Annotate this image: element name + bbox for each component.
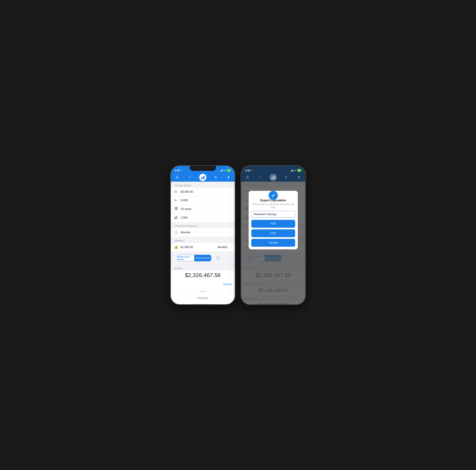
- modal-subtitle: Please name this calculation and select …: [249, 203, 298, 211]
- savings-list: 🏛 $2,000.00 % 8.000 📅 35 years: [171, 188, 235, 222]
- right-screen: 8:49 ↗ ▲ ⚡ ☰ +: [241, 166, 305, 304]
- picker-list: Yearly Weekly Bi-Weekly Monthly Bi-Month…: [171, 288, 235, 304]
- inflation-value: 2.000: [181, 216, 188, 219]
- cash-icon: 💰: [174, 245, 179, 249]
- additions-section-label: Additions: [171, 237, 235, 243]
- picker-biweekly[interactable]: Bi-Weekly: [171, 302, 235, 304]
- svg-rect-4: [174, 217, 175, 219]
- right-refresh-button: ↻: [284, 174, 289, 180]
- period-selector: Beginning of period End of period: [177, 255, 211, 261]
- interest-rate-value: 8.000: [181, 199, 188, 202]
- cancel-row: Cancel: [171, 280, 235, 288]
- right-chart-logo-icon: [271, 176, 275, 179]
- picker-area: Cancel Yearly Weekly Bi-Weekly Monthly B…: [171, 280, 235, 304]
- savings-section-label: Savings details: [171, 182, 235, 188]
- menu-button[interactable]: ☰: [174, 174, 180, 180]
- right-signal-bar-1: [290, 171, 291, 171]
- results-main-value: $2,326,467.58: [171, 271, 235, 280]
- svg-rect-2: [203, 176, 204, 179]
- svg-rect-10: [275, 176, 275, 179]
- chevron-up-icon: ⌃: [229, 231, 231, 234]
- left-phone: 8:49 ↗ ▲ ⚡ ☰ +: [171, 166, 235, 304]
- left-screen: 8:49 ↗ ▲ ⚡ ☰ +: [171, 166, 235, 304]
- pdf-export-btn[interactable]: PDF: [251, 220, 295, 228]
- svg-rect-0: [201, 178, 202, 179]
- end-of-period-btn[interactable]: End of period: [194, 255, 211, 261]
- app-logo: [199, 174, 206, 181]
- signal-bar-2: [221, 170, 221, 171]
- notch: [190, 166, 216, 171]
- svg-rect-6: [176, 216, 177, 219]
- svg-rect-9: [273, 176, 274, 179]
- add-button[interactable]: +: [187, 174, 193, 180]
- additions-row[interactable]: 💰 $1,000.00 Monthly ⌃: [171, 243, 235, 252]
- share-button[interactable]: ⬆: [225, 174, 231, 180]
- calculation-name-input[interactable]: [251, 211, 295, 217]
- right-status-time: 8:49 ↗: [245, 169, 253, 172]
- compound-section-label: Compound frequency: [171, 222, 235, 228]
- status-time: 8:49 ↗: [175, 169, 182, 172]
- picker-yearly[interactable]: Yearly: [171, 288, 235, 295]
- wifi-icon: ▲: [224, 169, 226, 172]
- right-add-button: +: [257, 174, 263, 180]
- compound-frequency-row[interactable]: 🕐 Monthly ⌃: [171, 228, 235, 237]
- refresh-button[interactable]: ↻: [213, 174, 219, 180]
- svg-rect-5: [175, 217, 176, 219]
- additions-amount: $1,000.00: [181, 246, 218, 249]
- chart-logo-icon: [201, 176, 205, 179]
- interest-rate-row[interactable]: % 8.000: [171, 196, 235, 205]
- signal-bar-3: [222, 170, 222, 171]
- pencil-icon: [271, 193, 275, 197]
- period-info-btn[interactable]: ⓘ: [215, 255, 221, 261]
- signal-bar-4: [222, 169, 223, 171]
- right-battery-icon: ⚡: [297, 169, 301, 172]
- right-phone: 8:49 ↗ ▲ ⚡ ☰ +: [241, 166, 305, 304]
- signal-bar-1: [220, 171, 221, 171]
- results-section: Results $2,326,467.58: [171, 265, 235, 280]
- right-location-icon: ↗: [251, 169, 253, 171]
- signal-bars: [220, 169, 223, 171]
- modal-icon: [269, 191, 278, 200]
- csv-export-btn[interactable]: CSV: [251, 229, 295, 237]
- right-status-bar: 8:49 ↗ ▲ ⚡: [241, 166, 305, 173]
- right-signal-bar-4: [293, 169, 293, 171]
- compound-value: Monthly: [181, 231, 229, 234]
- nav-bar: ☰ + ↻ ⬆: [171, 173, 235, 182]
- inflation-row[interactable]: 2.000: [171, 214, 235, 222]
- svg-rect-3: [204, 176, 205, 179]
- additions-chevron-icon: ⌃: [229, 246, 231, 249]
- time-display: 8:49: [175, 169, 180, 172]
- clock-icon: 🕐: [174, 231, 179, 235]
- svg-rect-7: [271, 178, 272, 179]
- savings-amount-row[interactable]: 🏛 $2,000.00: [171, 188, 235, 196]
- right-nav-bar: ☰ + ↻ ⬆: [241, 173, 305, 182]
- savings-amount-value: $2,000.00: [181, 190, 193, 193]
- years-row[interactable]: 📅 35 years: [171, 205, 235, 214]
- svg-rect-8: [272, 177, 273, 179]
- period-row: Beginning of period End of period ⓘ: [174, 253, 231, 263]
- battery-icon: ⚡: [227, 169, 231, 172]
- right-time-display: 8:49: [245, 169, 250, 172]
- right-signal-bars: [290, 169, 293, 171]
- right-share-button: ⬆: [296, 174, 302, 180]
- right-signal-bar-2: [291, 170, 292, 171]
- beginning-of-period-btn[interactable]: Beginning of period: [178, 255, 194, 261]
- picker-weekly[interactable]: Weekly: [171, 295, 235, 302]
- results-label: Results: [171, 265, 235, 271]
- additions-section: 💰 $1,000.00 Monthly ⌃: [171, 243, 235, 252]
- chart-small-icon: [174, 216, 179, 220]
- cancel-picker-btn[interactable]: Cancel: [223, 283, 231, 286]
- svg-rect-1: [202, 177, 203, 179]
- modal-cancel-btn[interactable]: Cancel: [251, 239, 295, 247]
- status-icons: ▲ ⚡: [220, 169, 231, 172]
- additions-right: Monthly ⌃: [218, 246, 231, 249]
- percent-icon: %: [174, 199, 179, 202]
- right-wifi-icon: ▲: [294, 169, 296, 172]
- right-status-icons: ▲ ⚡: [290, 169, 301, 172]
- years-value: 35 years: [181, 207, 191, 211]
- export-modal-container: Export Calculation Please name this calc…: [249, 195, 298, 249]
- calendar-icon: 📅: [174, 207, 179, 211]
- additions-frequency: Monthly: [218, 246, 227, 249]
- right-signal-bar-3: [292, 170, 292, 171]
- compound-section: 🕐 Monthly ⌃: [171, 228, 235, 237]
